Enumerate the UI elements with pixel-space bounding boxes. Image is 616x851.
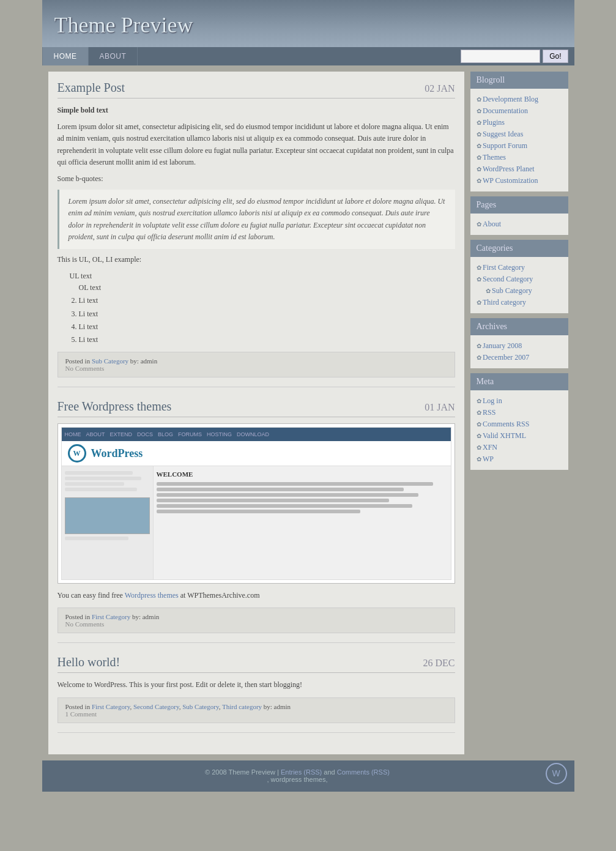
- wp-screenshot-inner: HOME ABOUT EXTEND DOCS BLOG FORUMS HOSTI…: [61, 427, 451, 580]
- post-cat-second[interactable]: Second Category: [133, 703, 179, 710]
- post-category-link-1[interactable]: Sub Category: [92, 357, 128, 365]
- meta-content: Log in RSS Comments RSS Valid XHTML XFN …: [470, 390, 568, 470]
- wp-line-4: [65, 488, 137, 491]
- post-footer-1: Posted in Sub Category by: admin No Comm…: [58, 352, 455, 377]
- meta-item-5[interactable]: WP: [477, 453, 562, 465]
- search-button[interactable]: Go!: [543, 50, 568, 63]
- post-date-3: 26 DEC: [423, 658, 455, 669]
- wp-nav-hosting: HOSTING: [207, 430, 232, 439]
- meta-item-1[interactable]: RSS: [477, 407, 562, 418]
- search-form: Go!: [461, 50, 574, 63]
- wp-nav-bar: HOME ABOUT EXTEND DOCS BLOG FORUMS HOSTI…: [62, 428, 451, 441]
- wp-logo-w: W: [73, 448, 81, 459]
- sidebar: Blogroll Development Blog Documentation …: [470, 72, 568, 475]
- post-cat-first[interactable]: First Category: [92, 703, 130, 710]
- blogroll-item-5[interactable]: Themes: [477, 152, 562, 163]
- widget-blogroll: Blogroll Development Blog Documentation …: [470, 72, 568, 191]
- post-date-2: 01 JAN: [425, 402, 455, 413]
- wp-logo-circle: W: [68, 444, 86, 463]
- post-cat-sub[interactable]: Sub Category: [182, 703, 218, 710]
- archive-item-1[interactable]: December 2007: [477, 352, 562, 363]
- nav-about[interactable]: ABOUT: [89, 47, 138, 65]
- wp-content-area: WELCOME: [62, 466, 451, 579]
- comment-count-1: No Comments: [65, 365, 105, 372]
- comment-count-3: 1 Comment: [65, 710, 97, 718]
- widget-categories: Categories First Category Second Categor…: [470, 240, 568, 313]
- post-hello: Hello world! 26 DEC Welcome to WordPress…: [58, 655, 455, 732]
- nav-links: HOME ABOUT: [42, 47, 138, 65]
- comment-count-2: No Comments: [65, 620, 105, 628]
- categories-list: First Category Second Category Sub Categ…: [477, 262, 562, 308]
- meta-item-4[interactable]: XFN: [477, 442, 562, 453]
- post-footer-2: Posted in First Category by: admin No Co…: [58, 608, 455, 633]
- site-header: Theme Preview: [42, 0, 574, 47]
- post-body-1: Simple bold text Lorem ipsum dolor sit a…: [58, 105, 455, 346]
- footer-comments-rss[interactable]: Comments (RSS): [337, 768, 390, 776]
- cat-item-3[interactable]: Third category: [477, 297, 562, 308]
- footer-wp-w: W: [552, 768, 560, 778]
- pages-list: About: [477, 218, 562, 230]
- bold-heading: Simple bold text: [58, 106, 108, 114]
- meta-item-0[interactable]: Log in: [477, 395, 562, 407]
- blogroll-item-6[interactable]: WordPress Planet: [477, 163, 562, 175]
- post-body-2: HOME ABOUT EXTEND DOCS BLOG FORUMS HOSTI…: [58, 423, 455, 601]
- cat-item-1[interactable]: Second Category: [477, 273, 562, 285]
- blockquote-label: Some b-quotes:: [58, 173, 455, 185]
- ul-item: UL text OL text Li text Li text Li text …: [70, 270, 455, 346]
- search-input[interactable]: [461, 50, 540, 63]
- cat-item-0[interactable]: First Category: [477, 262, 562, 273]
- footer-entries-rss[interactable]: Entries (RSS): [281, 768, 322, 776]
- wp-line-5: [65, 537, 128, 540]
- footer-line2: , wordpress themes,: [267, 776, 327, 783]
- by-label-3: by: admin: [264, 703, 291, 710]
- by-label-1: by: admin: [130, 357, 157, 365]
- wp-left-col: [62, 466, 154, 579]
- wp-nav-download: DOWNLOAD: [237, 430, 269, 439]
- meta-item-2[interactable]: Comments RSS: [477, 418, 562, 430]
- wordpress-themes-link[interactable]: Wordpress themes: [125, 591, 179, 600]
- blogroll-item-7[interactable]: WP Customization: [477, 175, 562, 187]
- wp-right-col: WELCOME: [154, 466, 451, 579]
- post-wordpress: Free Wordpress themes 01 JAN HOME ABOUT: [58, 399, 455, 643]
- post-category-link-2[interactable]: First Category: [92, 613, 130, 620]
- body-para-1: Lorem ipsum dolor sit amet, consectetur …: [58, 121, 455, 168]
- posted-in-label-3: Posted in: [65, 703, 92, 710]
- wp-nav-links: HOME ABOUT EXTEND DOCS BLOG FORUMS HOSTI…: [65, 430, 270, 439]
- blogroll-item-0[interactable]: Development Blog: [477, 94, 562, 105]
- blockquote-1: Lorem ipsum dolor sit amet, consectetur …: [58, 190, 455, 249]
- meta-item-3[interactable]: Valid XHTML: [477, 430, 562, 442]
- wp-line-3: [65, 482, 124, 486]
- cat-item-2[interactable]: Sub Category: [486, 285, 562, 297]
- ol-list: OL text Li text Li text Li text Li text: [79, 282, 455, 346]
- wp-nav-home: HOME: [65, 430, 81, 439]
- blogroll-item-3[interactable]: Suggest Ideas: [477, 128, 562, 140]
- posted-in-label-2: Posted in: [65, 613, 92, 620]
- pages-content: About: [470, 214, 568, 235]
- blogroll-title: Blogroll: [470, 72, 568, 89]
- wp-welcome: WELCOME: [157, 469, 448, 480]
- ol-item-2: Li text: [79, 308, 455, 320]
- wp-screenshot: HOME ABOUT EXTEND DOCS BLOG FORUMS HOSTI…: [58, 423, 455, 584]
- blogroll-item-2[interactable]: Plugins: [477, 117, 562, 128]
- blogroll-item-4[interactable]: Support Forum: [477, 140, 562, 152]
- blogroll-list: Development Blog Documentation Plugins S…: [477, 94, 562, 187]
- main-container: Example Post 02 JAN Simple bold text Lor…: [42, 65, 574, 760]
- wp-nav-about: ABOUT: [86, 430, 105, 439]
- post-header-2: Free Wordpress themes 01 JAN: [58, 399, 455, 417]
- post-date-1: 02 JAN: [425, 83, 455, 94]
- wp-themes-section: [65, 497, 150, 540]
- by-label-2: by: admin: [132, 613, 159, 620]
- pages-item-0[interactable]: About: [477, 218, 562, 230]
- content-area: Example Post 02 JAN Simple bold text Lor…: [48, 72, 464, 754]
- archives-title: Archives: [470, 318, 568, 335]
- archive-item-0[interactable]: January 2008: [477, 340, 562, 352]
- post-footer-3: Posted in First Category, Second Categor…: [58, 697, 455, 723]
- ol-item-4: Li text: [79, 334, 455, 346]
- nav-home[interactable]: HOME: [42, 47, 89, 65]
- blogroll-item-1[interactable]: Documentation: [477, 105, 562, 117]
- post-header-3: Hello world! 26 DEC: [58, 655, 455, 673]
- categories-title: Categories: [470, 240, 568, 257]
- post-cat-third[interactable]: Third category: [222, 703, 262, 710]
- wp-theme-thumb: [65, 497, 150, 534]
- wp-themes-text: You can easy find free Wordpress themes …: [58, 590, 455, 601]
